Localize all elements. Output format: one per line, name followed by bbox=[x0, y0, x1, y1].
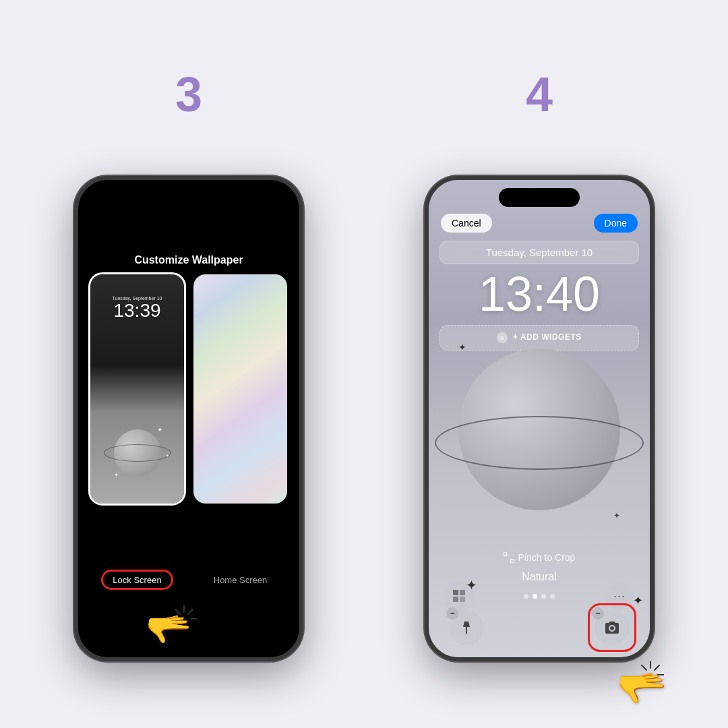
star-1: ✦ bbox=[458, 342, 466, 353]
hand-cursor-3: 🫳 bbox=[146, 611, 192, 648]
done-button[interactable]: Done bbox=[594, 214, 638, 233]
minus-badge-camera: − bbox=[592, 607, 604, 619]
thumb-labels: Lock Screen Home Screen bbox=[90, 570, 287, 590]
customize-label: Customize Wallpaper bbox=[134, 254, 243, 266]
minus-badge-flashlight: − bbox=[446, 607, 458, 619]
thumb-planet: ✦ ✦ ✦ bbox=[107, 423, 168, 483]
more-button[interactable]: ··· bbox=[605, 582, 634, 610]
step4-wrapper: 4 Cancel Done Tuesday, September 10 13:4… bbox=[425, 67, 654, 661]
home-screen-label: Home Screen bbox=[214, 575, 267, 585]
hand-icon-3: 🫳 bbox=[146, 611, 192, 648]
phone4: Cancel Done Tuesday, September 10 13:40 … bbox=[425, 176, 654, 661]
svg-rect-7 bbox=[460, 590, 465, 595]
dot-4 bbox=[550, 594, 555, 599]
svg-rect-5 bbox=[511, 559, 514, 563]
home-screen-thumb[interactable] bbox=[193, 274, 287, 504]
svg-rect-4 bbox=[504, 552, 507, 555]
camera-button-wrapper: − ✦ bbox=[595, 610, 630, 645]
svg-marker-10 bbox=[463, 621, 470, 634]
phone3: Customize Wallpaper Tuesday, September 1… bbox=[74, 176, 303, 661]
hand-icon-4: 🫳 bbox=[617, 668, 667, 708]
svg-rect-8 bbox=[453, 597, 458, 602]
top-bar: Cancel Done bbox=[429, 180, 650, 238]
camera-button[interactable]: − bbox=[595, 610, 630, 645]
quick-actions: − − bbox=[429, 610, 650, 645]
hand-cursor-4: 🫳 bbox=[617, 668, 667, 708]
phone3-screen: Customize Wallpaper Tuesday, September 1… bbox=[78, 180, 299, 657]
wallpaper-options: Tuesday, September 10 13:39 ✦ ✦ ✦ bbox=[90, 274, 287, 504]
cancel-button[interactable]: Cancel bbox=[441, 214, 492, 233]
lock-screen-label: Lock Screen bbox=[113, 575, 161, 585]
thumb-date: Tuesday, September 10 bbox=[113, 296, 162, 301]
step4-number: 4 bbox=[526, 67, 553, 122]
svg-rect-9 bbox=[460, 597, 465, 602]
star-2: ✦ bbox=[613, 511, 620, 520]
pinch-text: Pinch to Crop bbox=[518, 552, 576, 563]
bottom-star-left: ✦ bbox=[466, 577, 477, 593]
dot-2 bbox=[533, 594, 537, 599]
phone4-screen: Cancel Done Tuesday, September 10 13:40 … bbox=[429, 180, 650, 657]
page-dots bbox=[524, 594, 555, 599]
date-widget[interactable]: Tuesday, September 10 bbox=[439, 241, 639, 264]
step3-wrapper: 3 Customize Wallpaper Tuesday, September… bbox=[74, 67, 303, 661]
star-sparkle-camera: ✦ bbox=[633, 593, 643, 608]
dot-3 bbox=[541, 594, 546, 599]
main-container: 3 Customize Wallpaper Tuesday, September… bbox=[0, 0, 728, 728]
flashlight-button[interactable]: − bbox=[449, 610, 484, 645]
bottom-controls: ··· bbox=[429, 582, 650, 610]
svg-rect-6 bbox=[453, 590, 458, 595]
pinch-to-crop: Pinch to Crop bbox=[504, 552, 576, 563]
phone3-notch bbox=[148, 188, 229, 207]
planet-ring bbox=[435, 416, 644, 470]
step3-number: 3 bbox=[175, 67, 202, 122]
dot-1 bbox=[524, 594, 528, 599]
lock-screen-highlight: Lock Screen bbox=[101, 570, 173, 590]
thumb-time: 13:39 bbox=[113, 301, 162, 322]
lock-screen-thumb[interactable]: Tuesday, September 10 13:39 ✦ ✦ ✦ bbox=[90, 274, 184, 504]
planet-large: ✦ ✦ bbox=[438, 328, 640, 530]
time-display: 13:40 bbox=[429, 270, 650, 318]
